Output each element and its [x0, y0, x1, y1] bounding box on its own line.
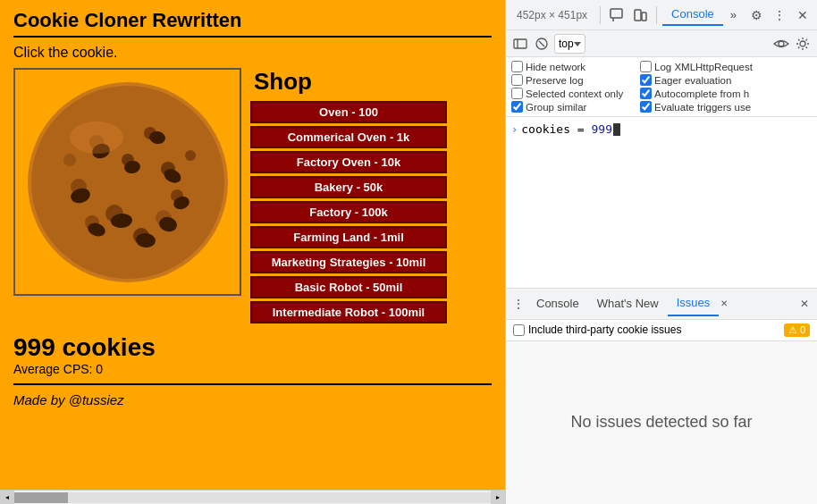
group-similar-checkbox[interactable] [511, 101, 523, 113]
issues-badge: ⚠ 0 [784, 323, 810, 337]
console-bar: top [506, 30, 817, 57]
console-expression: cookies = 999 [521, 122, 620, 136]
menu-icon[interactable]: ⋮ [769, 4, 790, 26]
svg-point-13 [185, 150, 196, 161]
shop-item-5[interactable]: Farming Land - 1mil [250, 226, 447, 248]
game-area: Cookie Cloner Rewritten Click the cookie… [0, 0, 505, 504]
tab-more[interactable]: » [725, 4, 742, 25]
check-hide-network: Hide network [511, 61, 636, 72]
shop-item-0[interactable]: Oven - 100 [250, 101, 447, 123]
context-dropdown[interactable]: top [554, 34, 585, 54]
check-selected-context: Selected context only [511, 88, 636, 99]
cookie-count: 999 cookies [13, 333, 492, 362]
shop-item-3[interactable]: Bakery - 50k [250, 176, 447, 198]
devtools-panel: 452px × 451px Console » ⚙ ⋮ ✕ [505, 0, 817, 504]
scroll-track[interactable] [14, 492, 491, 503]
hide-network-label: Hide network [526, 62, 585, 72]
svg-point-12 [63, 154, 76, 166]
context-dropdown-value: top [559, 38, 574, 50]
btab-console[interactable]: Console [527, 291, 588, 315]
shop-item-7[interactable]: Basic Robot - 50mil [250, 276, 447, 298]
stats-divider [13, 383, 492, 385]
eval-triggers-checkbox[interactable] [640, 101, 652, 113]
svg-rect-29 [514, 39, 526, 48]
check-eval-triggers: Evaluate triggers use [640, 101, 765, 113]
shop-title: Shop [250, 68, 492, 96]
click-prompt: Click the cookie. [13, 45, 492, 61]
devtools-checkboxes: Hide network Log XMLHttpRequest Preserve… [506, 57, 817, 117]
preserve-log-label: Preserve log [526, 75, 584, 86]
shop-items-list: Oven - 100 Commerical Oven - 1k Factory … [250, 101, 492, 323]
third-party-cookies-checkbox[interactable] [513, 324, 525, 336]
scroll-thumb[interactable] [14, 492, 68, 503]
console-value-text: 999 [592, 122, 612, 136]
shop-item-2[interactable]: Factory Oven - 10k [250, 151, 447, 173]
stats-area: 999 cookies Average CPS: 0 Made by @tuss… [13, 333, 492, 407]
eval-triggers-label: Evaluate triggers use [654, 102, 751, 113]
selected-context-checkbox[interactable] [511, 88, 523, 99]
toolbar-separator-1 [600, 6, 601, 24]
title-divider [13, 36, 492, 38]
scrollbar-area: ◂ ▸ [0, 490, 505, 504]
hide-network-checkbox[interactable] [511, 61, 523, 72]
scroll-right-arrow[interactable]: ▸ [491, 491, 505, 505]
svg-rect-28 [642, 13, 646, 21]
settings-icon[interactable]: ⚙ [745, 4, 767, 26]
console-settings-icon[interactable] [794, 35, 812, 53]
bottom-tabs: ⋮ Console What's New Issues ✕ ✕ [506, 288, 817, 320]
svg-line-32 [539, 41, 544, 46]
btab-issues-container: Issues ✕ [668, 290, 730, 316]
device-toolbar-icon[interactable] [629, 4, 651, 26]
eye-icon[interactable] [772, 35, 790, 53]
check-log-xmlhttp: Log XMLHttpRequest [640, 61, 765, 72]
close-devtools-icon[interactable]: ✕ [792, 4, 813, 26]
clear-console-icon[interactable] [533, 35, 551, 53]
devtools-toolbar: 452px × 451px Console » ⚙ ⋮ ✕ [506, 0, 817, 30]
close-bottom-panel-icon[interactable]: ✕ [796, 295, 813, 313]
include-third-party-check: Include third-party cookie issues ⚠ 0 [513, 323, 810, 337]
shop-item-4[interactable]: Factory - 100k [250, 201, 447, 223]
svg-point-34 [779, 41, 784, 46]
shop-item-8[interactable]: Intermediate Robot - 100mil [250, 301, 447, 323]
autocomplete-checkbox[interactable] [640, 88, 652, 99]
inspect-element-icon[interactable] [606, 4, 627, 26]
console-arrow: › [511, 122, 518, 136]
cookie-container[interactable] [13, 68, 241, 296]
console-line-1: › cookies = 999 [511, 121, 812, 138]
svg-point-35 [800, 41, 805, 46]
check-eager-eval: Eager evaluation [640, 74, 765, 86]
badge-count: 0 [800, 324, 805, 335]
btab-whats-new[interactable]: What's New [588, 291, 668, 315]
check-autocomplete: Autocomplete from h [640, 88, 765, 99]
btab-issues-close[interactable]: ✕ [719, 298, 729, 308]
svg-point-1 [31, 86, 224, 279]
game-title: Cookie Cloner Rewritten [13, 9, 492, 32]
scroll-left-arrow[interactable]: ◂ [0, 491, 14, 505]
btab-issues[interactable]: Issues [668, 290, 720, 316]
svg-rect-27 [635, 10, 641, 21]
eager-eval-checkbox[interactable] [640, 74, 652, 86]
svg-point-24 [70, 122, 123, 154]
svg-marker-33 [574, 42, 581, 46]
sidebar-toggle-icon[interactable] [511, 35, 529, 53]
log-xml-checkbox[interactable] [640, 61, 652, 72]
issues-filter-bar: Include third-party cookie issues ⚠ 0 [506, 320, 817, 341]
no-issues-text: No issues detected so far [506, 341, 817, 505]
preserve-log-checkbox[interactable] [511, 74, 523, 86]
check-preserve-log: Preserve log [511, 74, 636, 86]
shop-item-6[interactable]: Marketing Strategies - 10mil [250, 251, 447, 273]
bottom-menu-icon[interactable]: ⋮ [510, 295, 527, 313]
svg-rect-25 [611, 9, 622, 18]
check-group-similar: Group similar [511, 101, 636, 113]
cookie-image[interactable] [25, 80, 231, 285]
selected-context-label: Selected context only [526, 88, 623, 99]
console-cursor [613, 123, 620, 136]
shop-item-1[interactable]: Commerical Oven - 1k [250, 126, 447, 148]
main-layout: Cookie Cloner Rewritten Click the cookie… [0, 0, 817, 504]
console-code-text: cookies = [521, 122, 591, 136]
made-by: Made by @tussiez [13, 392, 492, 407]
game-content: Shop Oven - 100 Commerical Oven - 1k Fac… [13, 68, 492, 326]
autocomplete-label: Autocomplete from h [654, 88, 749, 99]
log-xml-label: Log XMLHttpRequest [654, 62, 753, 72]
tab-console[interactable]: Console [662, 4, 723, 26]
